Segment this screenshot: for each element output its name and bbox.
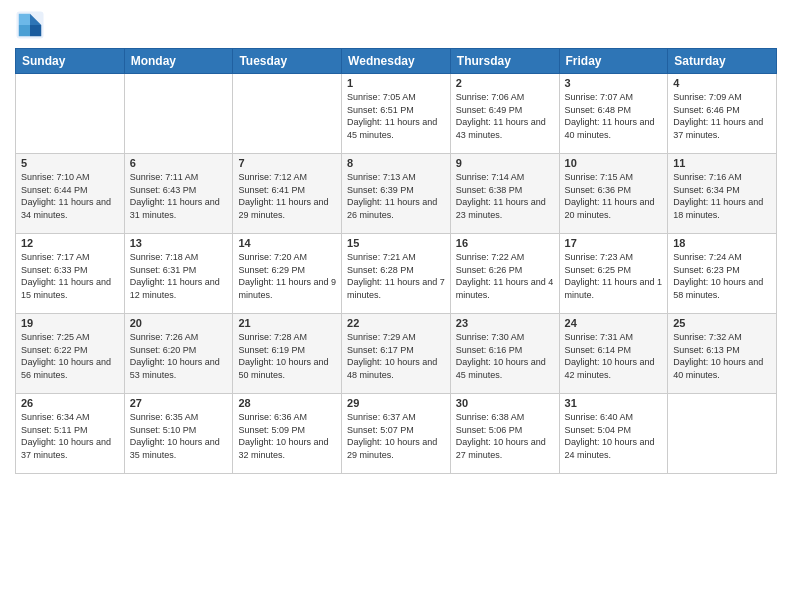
day-info: Sunrise: 7:05 AM Sunset: 6:51 PM Dayligh… bbox=[347, 91, 445, 141]
day-header-sunday: Sunday bbox=[16, 49, 125, 74]
day-cell: 19Sunrise: 7:25 AM Sunset: 6:22 PM Dayli… bbox=[16, 314, 125, 394]
day-cell: 2Sunrise: 7:06 AM Sunset: 6:49 PM Daylig… bbox=[450, 74, 559, 154]
day-info: Sunrise: 7:32 AM Sunset: 6:13 PM Dayligh… bbox=[673, 331, 771, 381]
day-cell: 26Sunrise: 6:34 AM Sunset: 5:11 PM Dayli… bbox=[16, 394, 125, 474]
day-number: 6 bbox=[130, 157, 228, 169]
day-cell bbox=[124, 74, 233, 154]
day-number: 27 bbox=[130, 397, 228, 409]
day-number: 22 bbox=[347, 317, 445, 329]
day-cell: 18Sunrise: 7:24 AM Sunset: 6:23 PM Dayli… bbox=[668, 234, 777, 314]
day-cell: 20Sunrise: 7:26 AM Sunset: 6:20 PM Dayli… bbox=[124, 314, 233, 394]
day-cell: 13Sunrise: 7:18 AM Sunset: 6:31 PM Dayli… bbox=[124, 234, 233, 314]
day-cell: 7Sunrise: 7:12 AM Sunset: 6:41 PM Daylig… bbox=[233, 154, 342, 234]
day-info: Sunrise: 7:26 AM Sunset: 6:20 PM Dayligh… bbox=[130, 331, 228, 381]
day-cell bbox=[16, 74, 125, 154]
day-cell: 12Sunrise: 7:17 AM Sunset: 6:33 PM Dayli… bbox=[16, 234, 125, 314]
day-number: 11 bbox=[673, 157, 771, 169]
week-row-3: 19Sunrise: 7:25 AM Sunset: 6:22 PM Dayli… bbox=[16, 314, 777, 394]
day-info: Sunrise: 6:38 AM Sunset: 5:06 PM Dayligh… bbox=[456, 411, 554, 461]
day-info: Sunrise: 7:07 AM Sunset: 6:48 PM Dayligh… bbox=[565, 91, 663, 141]
week-row-2: 12Sunrise: 7:17 AM Sunset: 6:33 PM Dayli… bbox=[16, 234, 777, 314]
day-cell: 21Sunrise: 7:28 AM Sunset: 6:19 PM Dayli… bbox=[233, 314, 342, 394]
day-header-thursday: Thursday bbox=[450, 49, 559, 74]
svg-marker-2 bbox=[30, 25, 41, 36]
day-number: 31 bbox=[565, 397, 663, 409]
day-number: 1 bbox=[347, 77, 445, 89]
day-cell: 29Sunrise: 6:37 AM Sunset: 5:07 PM Dayli… bbox=[342, 394, 451, 474]
day-number: 9 bbox=[456, 157, 554, 169]
day-header-tuesday: Tuesday bbox=[233, 49, 342, 74]
day-cell: 9Sunrise: 7:14 AM Sunset: 6:38 PM Daylig… bbox=[450, 154, 559, 234]
day-number: 4 bbox=[673, 77, 771, 89]
day-info: Sunrise: 6:34 AM Sunset: 5:11 PM Dayligh… bbox=[21, 411, 119, 461]
day-info: Sunrise: 6:35 AM Sunset: 5:10 PM Dayligh… bbox=[130, 411, 228, 461]
day-cell: 6Sunrise: 7:11 AM Sunset: 6:43 PM Daylig… bbox=[124, 154, 233, 234]
day-number: 20 bbox=[130, 317, 228, 329]
day-info: Sunrise: 7:20 AM Sunset: 6:29 PM Dayligh… bbox=[238, 251, 336, 301]
day-number: 10 bbox=[565, 157, 663, 169]
day-header-friday: Friday bbox=[559, 49, 668, 74]
day-cell: 8Sunrise: 7:13 AM Sunset: 6:39 PM Daylig… bbox=[342, 154, 451, 234]
day-header-wednesday: Wednesday bbox=[342, 49, 451, 74]
day-cell: 5Sunrise: 7:10 AM Sunset: 6:44 PM Daylig… bbox=[16, 154, 125, 234]
page: SundayMondayTuesdayWednesdayThursdayFrid… bbox=[0, 0, 792, 612]
day-number: 30 bbox=[456, 397, 554, 409]
day-info: Sunrise: 7:21 AM Sunset: 6:28 PM Dayligh… bbox=[347, 251, 445, 301]
day-info: Sunrise: 7:12 AM Sunset: 6:41 PM Dayligh… bbox=[238, 171, 336, 221]
day-info: Sunrise: 7:24 AM Sunset: 6:23 PM Dayligh… bbox=[673, 251, 771, 301]
day-info: Sunrise: 7:30 AM Sunset: 6:16 PM Dayligh… bbox=[456, 331, 554, 381]
day-number: 18 bbox=[673, 237, 771, 249]
day-number: 25 bbox=[673, 317, 771, 329]
day-info: Sunrise: 7:16 AM Sunset: 6:34 PM Dayligh… bbox=[673, 171, 771, 221]
week-row-1: 5Sunrise: 7:10 AM Sunset: 6:44 PM Daylig… bbox=[16, 154, 777, 234]
day-number: 12 bbox=[21, 237, 119, 249]
day-info: Sunrise: 7:25 AM Sunset: 6:22 PM Dayligh… bbox=[21, 331, 119, 381]
day-info: Sunrise: 7:22 AM Sunset: 6:26 PM Dayligh… bbox=[456, 251, 554, 301]
day-cell bbox=[668, 394, 777, 474]
day-number: 19 bbox=[21, 317, 119, 329]
day-cell: 4Sunrise: 7:09 AM Sunset: 6:46 PM Daylig… bbox=[668, 74, 777, 154]
day-info: Sunrise: 6:36 AM Sunset: 5:09 PM Dayligh… bbox=[238, 411, 336, 461]
header bbox=[15, 10, 777, 40]
day-header-saturday: Saturday bbox=[668, 49, 777, 74]
day-cell: 24Sunrise: 7:31 AM Sunset: 6:14 PM Dayli… bbox=[559, 314, 668, 394]
day-info: Sunrise: 7:15 AM Sunset: 6:36 PM Dayligh… bbox=[565, 171, 663, 221]
day-info: Sunrise: 7:23 AM Sunset: 6:25 PM Dayligh… bbox=[565, 251, 663, 301]
day-cell: 3Sunrise: 7:07 AM Sunset: 6:48 PM Daylig… bbox=[559, 74, 668, 154]
day-cell: 10Sunrise: 7:15 AM Sunset: 6:36 PM Dayli… bbox=[559, 154, 668, 234]
day-info: Sunrise: 7:18 AM Sunset: 6:31 PM Dayligh… bbox=[130, 251, 228, 301]
day-cell: 14Sunrise: 7:20 AM Sunset: 6:29 PM Dayli… bbox=[233, 234, 342, 314]
day-number: 7 bbox=[238, 157, 336, 169]
day-cell: 31Sunrise: 6:40 AM Sunset: 5:04 PM Dayli… bbox=[559, 394, 668, 474]
day-cell: 25Sunrise: 7:32 AM Sunset: 6:13 PM Dayli… bbox=[668, 314, 777, 394]
svg-marker-4 bbox=[19, 14, 30, 25]
day-cell bbox=[233, 74, 342, 154]
day-number: 16 bbox=[456, 237, 554, 249]
day-info: Sunrise: 7:06 AM Sunset: 6:49 PM Dayligh… bbox=[456, 91, 554, 141]
day-number: 5 bbox=[21, 157, 119, 169]
calendar: SundayMondayTuesdayWednesdayThursdayFrid… bbox=[15, 48, 777, 474]
day-number: 17 bbox=[565, 237, 663, 249]
day-number: 3 bbox=[565, 77, 663, 89]
day-info: Sunrise: 7:13 AM Sunset: 6:39 PM Dayligh… bbox=[347, 171, 445, 221]
day-number: 28 bbox=[238, 397, 336, 409]
logo bbox=[15, 10, 49, 40]
day-number: 21 bbox=[238, 317, 336, 329]
day-header-row: SundayMondayTuesdayWednesdayThursdayFrid… bbox=[16, 49, 777, 74]
day-cell: 1Sunrise: 7:05 AM Sunset: 6:51 PM Daylig… bbox=[342, 74, 451, 154]
day-number: 26 bbox=[21, 397, 119, 409]
day-info: Sunrise: 7:17 AM Sunset: 6:33 PM Dayligh… bbox=[21, 251, 119, 301]
day-header-monday: Monday bbox=[124, 49, 233, 74]
day-number: 23 bbox=[456, 317, 554, 329]
day-cell: 27Sunrise: 6:35 AM Sunset: 5:10 PM Dayli… bbox=[124, 394, 233, 474]
week-row-4: 26Sunrise: 6:34 AM Sunset: 5:11 PM Dayli… bbox=[16, 394, 777, 474]
day-info: Sunrise: 7:14 AM Sunset: 6:38 PM Dayligh… bbox=[456, 171, 554, 221]
day-info: Sunrise: 7:10 AM Sunset: 6:44 PM Dayligh… bbox=[21, 171, 119, 221]
day-cell: 22Sunrise: 7:29 AM Sunset: 6:17 PM Dayli… bbox=[342, 314, 451, 394]
day-info: Sunrise: 7:09 AM Sunset: 6:46 PM Dayligh… bbox=[673, 91, 771, 141]
day-number: 15 bbox=[347, 237, 445, 249]
day-cell: 28Sunrise: 6:36 AM Sunset: 5:09 PM Dayli… bbox=[233, 394, 342, 474]
svg-marker-3 bbox=[19, 25, 30, 36]
day-cell: 17Sunrise: 7:23 AM Sunset: 6:25 PM Dayli… bbox=[559, 234, 668, 314]
day-info: Sunrise: 7:29 AM Sunset: 6:17 PM Dayligh… bbox=[347, 331, 445, 381]
